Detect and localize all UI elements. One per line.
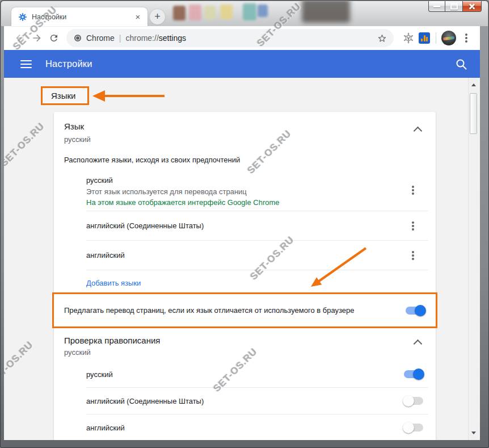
add-languages-link[interactable]: Добавить языки	[86, 270, 428, 292]
scrollbar-down-button[interactable]	[469, 428, 478, 438]
minimize-icon	[433, 6, 440, 7]
order-hint: Расположите языки, исходя из своих предп…	[64, 155, 425, 165]
watermark: SET-OS.RU	[4, 339, 36, 387]
toggle-knob	[415, 305, 426, 316]
toggle-knob	[403, 395, 414, 407]
kebab-menu-icon	[412, 254, 414, 257]
annotation-arrow-left	[92, 90, 165, 102]
maximize-button[interactable]	[445, 1, 462, 12]
collapse-chevron-up-icon[interactable]	[414, 340, 423, 349]
minimize-button[interactable]	[428, 1, 445, 12]
scrollbar[interactable]	[468, 78, 478, 440]
translate-highlight-box: Предлагать перевод страниц, если их язык…	[52, 292, 437, 328]
browser-toolbar: Chrome | chrome://settings	[4, 26, 480, 50]
extension-chart-button[interactable]	[419, 32, 430, 44]
language-section-header[interactable]: Язык русский	[54, 112, 436, 145]
watermark: SET-OS.RU	[4, 120, 47, 169]
language-desc-translate: Этот язык используется для перевода стра…	[86, 187, 400, 196]
spellcheck-row: английский (Соединенные Штаты)	[86, 388, 428, 414]
tab-title: Настройки	[32, 13, 133, 21]
extension-gear-button[interactable]	[403, 32, 414, 44]
chrome-logo-icon	[74, 35, 81, 41]
spellcheck-toggle[interactable]	[404, 370, 423, 378]
language-row: английский	[86, 241, 428, 270]
page-title: Настройки	[45, 58, 92, 69]
desktop-blur-icon	[220, 5, 233, 19]
section-label: Языки	[51, 91, 75, 101]
refresh-icon	[49, 33, 59, 43]
profile-avatar-button[interactable]	[441, 31, 456, 45]
bookmark-star-button[interactable]	[376, 32, 388, 44]
plus-icon: +	[154, 11, 161, 23]
arrow-up-icon	[471, 83, 476, 86]
forward-icon	[31, 32, 43, 44]
collapse-chevron-up-icon[interactable]	[414, 127, 423, 136]
new-tab-button[interactable]: +	[150, 9, 165, 24]
spellcheck-row: английский	[86, 414, 428, 440]
spellcheck-header[interactable]: Проверка правописания русский	[54, 328, 436, 358]
settings-content: Языки Язык русский Расположите языки, ис…	[4, 78, 480, 440]
language-name: английский	[86, 423, 125, 433]
scrollbar-thumb[interactable]	[470, 93, 477, 134]
forward-button[interactable]	[30, 31, 44, 45]
languages-card: Язык русский Расположите языки, исходя и…	[54, 112, 436, 440]
language-menu-button[interactable]	[406, 248, 420, 263]
omnibox-site-label: Chrome	[86, 34, 115, 43]
arrow-down-icon	[471, 432, 476, 434]
browser-tab[interactable]: Настройки ×	[11, 7, 147, 26]
scrollbar-up-button[interactable]	[469, 80, 478, 90]
desktop-blur-icon	[189, 5, 201, 20]
search-button[interactable]	[455, 58, 467, 70]
omnibox[interactable]: Chrome | chrome://settings	[66, 29, 394, 47]
star-icon	[377, 33, 387, 44]
url-path: settings	[159, 34, 186, 43]
language-row: русский Этот язык используется для перев…	[86, 170, 428, 211]
maximize-icon	[450, 3, 458, 10]
spellcheck-row: русский	[86, 361, 428, 388]
desktop-blur-icon	[302, 1, 350, 23]
language-section-title: Язык	[64, 121, 402, 132]
tab-close-button[interactable]: ×	[133, 12, 143, 22]
translate-label: Предлагать перевод страниц, если их язык…	[64, 305, 368, 315]
language-menu-button[interactable]	[406, 182, 420, 198]
refresh-button[interactable]	[47, 31, 61, 45]
toggle-knob	[403, 422, 414, 433]
language-name: английский (Соединенные Штаты)	[86, 396, 204, 406]
spellcheck-title: Проверка правописания	[64, 335, 402, 346]
back-button[interactable]	[13, 31, 27, 45]
menu-button[interactable]	[20, 60, 32, 68]
kebab-menu-icon	[412, 225, 414, 227]
url-scheme: chrome://	[125, 34, 158, 43]
spellcheck-subtitle: русский	[64, 347, 402, 358]
desktop-blur-icon	[258, 5, 268, 17]
toolbar-divider	[436, 32, 436, 44]
toggle-knob	[413, 369, 424, 380]
desktop-blur-icon	[204, 6, 216, 19]
kebab-menu-icon	[412, 189, 414, 191]
kebab-menu-icon	[465, 37, 467, 39]
browser-menu-button[interactable]	[460, 31, 473, 45]
extension-gear-icon	[403, 32, 414, 44]
language-row: английский (Соединенные Штаты)	[86, 211, 428, 241]
language-section-subtitle: русский	[64, 135, 402, 145]
close-button[interactable]	[462, 1, 482, 12]
translate-toggle[interactable]	[406, 307, 425, 315]
close-icon	[468, 2, 476, 10]
spellcheck-toggle[interactable]	[404, 424, 423, 432]
language-menu-button[interactable]	[406, 218, 420, 234]
translate-row: Предлагать перевод страниц, если их язык…	[54, 294, 436, 326]
language-name: английский	[86, 250, 400, 260]
extension-chart-icon	[419, 32, 430, 44]
settings-header: Настройки	[4, 50, 480, 78]
desktop-blur-icon	[243, 3, 256, 20]
hamburger-icon	[20, 60, 32, 61]
window-controls	[428, 1, 482, 12]
url-separator: |	[119, 34, 121, 43]
search-icon	[457, 60, 466, 69]
language-name: английский (Соединенные Штаты)	[86, 221, 400, 231]
language-name: русский	[86, 175, 400, 185]
language-name: русский	[86, 370, 113, 379]
language-desc-interface: На этом языке отображается интерфейс Goo…	[86, 198, 400, 207]
spellcheck-toggle[interactable]	[404, 397, 423, 405]
gear-favicon-icon	[18, 12, 27, 22]
